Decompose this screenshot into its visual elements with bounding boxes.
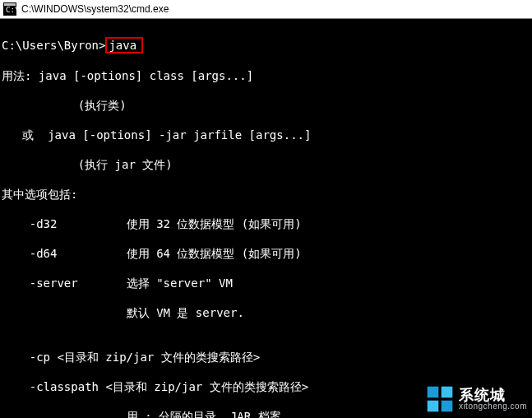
watermark: 系统城 xitongcheng.com: [426, 385, 527, 413]
output-line: -server 选择 "server" VM: [2, 276, 530, 290]
output-line: -d32 使用 32 位数据模型 (如果可用): [2, 216, 530, 231]
svg-rect-6: [442, 401, 453, 412]
svg-rect-4: [442, 387, 453, 398]
output-line: 或 java [-options] -jar jarfile [args...]: [2, 128, 530, 142]
window-title: C:\WINDOWS\system32\cmd.exe: [21, 3, 169, 15]
output-line: -cp <目录和 zip/jar 文件的类搜索路径>: [2, 350, 530, 365]
watermark-title: 系统城: [459, 388, 527, 402]
svg-text:C:\: C:\: [6, 6, 16, 14]
terminal-output[interactable]: C:\Users\Byron>java 用法: java [-options] …: [0, 19, 532, 418]
output-line: (执行类): [2, 98, 530, 113]
output-line: 用法: java [-options] class [args...]: [2, 68, 530, 83]
svg-rect-5: [428, 401, 439, 412]
prompt: C:\Users\Byron>: [2, 39, 105, 52]
watermark-url: xitongcheng.com: [459, 402, 527, 411]
watermark-logo-icon: [426, 385, 454, 413]
svg-rect-3: [428, 387, 439, 398]
output-line: (执行 jar 文件): [2, 157, 530, 172]
cmd-icon: C:\: [3, 2, 16, 16]
output-line: 其中选项包括:: [2, 187, 530, 202]
titlebar: C:\ C:\WINDOWS\system32\cmd.exe: [0, 0, 532, 19]
command-highlight: java: [105, 37, 143, 53]
output-line: -d64 使用 64 位数据模型 (如果可用): [2, 246, 530, 261]
output-line: 默认 VM 是 server.: [2, 305, 530, 320]
